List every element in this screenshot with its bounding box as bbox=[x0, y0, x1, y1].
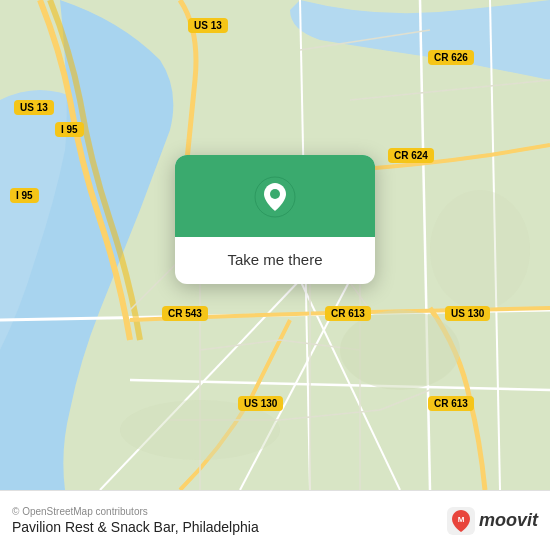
location-pin-icon bbox=[253, 175, 297, 219]
map-container: US 13 US 13 I 95 I 95 CR 624 CR 626 CR 5… bbox=[0, 0, 550, 490]
label-us13-left: US 13 bbox=[14, 100, 54, 115]
svg-text:M: M bbox=[458, 515, 465, 524]
moovit-logo: M moovit bbox=[447, 507, 538, 535]
location-title: Pavilion Rest & Snack Bar, Philadelphia bbox=[12, 519, 259, 535]
label-cr626: CR 626 bbox=[428, 50, 474, 65]
copyright-text: © OpenStreetMap contributors bbox=[12, 506, 259, 517]
label-cr543: CR 543 bbox=[162, 306, 208, 321]
footer: © OpenStreetMap contributors Pavilion Re… bbox=[0, 490, 550, 550]
svg-point-24 bbox=[340, 310, 460, 390]
take-me-there-button[interactable]: Take me there bbox=[227, 251, 322, 268]
svg-point-26 bbox=[430, 190, 530, 310]
moovit-brand-icon: M bbox=[447, 507, 475, 535]
label-us130-bot: US 130 bbox=[238, 396, 283, 411]
label-us130-mid: US 130 bbox=[445, 306, 490, 321]
label-us13-top: US 13 bbox=[188, 18, 228, 33]
label-cr613-mid: CR 613 bbox=[325, 306, 371, 321]
svg-point-28 bbox=[270, 189, 280, 199]
label-i95-left: I 95 bbox=[10, 188, 39, 203]
label-cr613-bot: CR 613 bbox=[428, 396, 474, 411]
footer-left: © OpenStreetMap contributors Pavilion Re… bbox=[12, 506, 259, 535]
moovit-brand-text: moovit bbox=[479, 510, 538, 531]
label-cr624: CR 624 bbox=[388, 148, 434, 163]
cta-card: Take me there bbox=[175, 155, 375, 284]
cta-green-top bbox=[175, 155, 375, 237]
label-i95-top: I 95 bbox=[55, 122, 84, 137]
